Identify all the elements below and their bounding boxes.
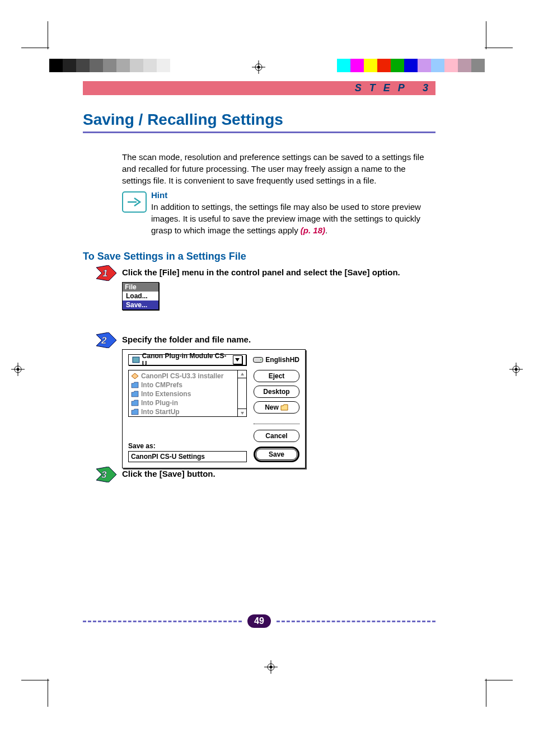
hint-arrow-icon (122, 191, 147, 213)
registration-mark-icon (252, 60, 265, 74)
scroll-down-icon[interactable] (238, 408, 246, 416)
new-folder-button[interactable]: New (254, 401, 299, 414)
svg-marker-26 (241, 373, 244, 375)
crop-mark (21, 48, 49, 48)
cancel-button[interactable]: Cancel (254, 430, 299, 442)
footer-dash-right (277, 621, 435, 622)
step-1: 1 Click the [File] menu in the control p… (96, 267, 438, 277)
color-bar-grayscale (49, 59, 170, 72)
save-as-input[interactable]: CanonPI CS-U Settings (128, 451, 247, 462)
crop-mark (486, 679, 486, 707)
title-underline (83, 132, 435, 133)
folder-icon (131, 391, 139, 397)
color-bar-color (337, 59, 485, 72)
svg-text:2: 2 (101, 335, 107, 346)
section-title: To Save Settings in a Settings File (83, 251, 246, 262)
disk-name: EnglishHD (265, 356, 299, 364)
step-number-2-icon: 2 (96, 332, 116, 348)
new-button-label: New (265, 402, 279, 413)
step-2-text: Specify the folder and file name. (122, 335, 438, 344)
step-label: STEP 3 (355, 81, 436, 95)
registration-mark-icon (11, 363, 25, 376)
list-item-label: Into Plug-in (141, 399, 178, 407)
svg-rect-21 (133, 357, 139, 363)
crop-mark (48, 21, 48, 49)
list-item[interactable]: Into Plug-in (131, 398, 235, 407)
hint-block: Hint In addition to settings, the settin… (122, 189, 435, 236)
step-number-1-icon: 1 (96, 265, 116, 281)
save-button[interactable]: Save (256, 449, 297, 460)
scrollbar[interactable] (237, 370, 246, 416)
separator (254, 424, 299, 424)
page-reference-link[interactable]: (p. 18) (301, 226, 325, 235)
module-icon (132, 356, 140, 363)
svg-point-24 (260, 359, 261, 360)
file-menu[interactable]: File Load... Save... (122, 282, 159, 310)
installer-icon (131, 373, 139, 379)
hint-period: . (325, 226, 327, 235)
file-list[interactable]: CanonPI CS-U3.3 installer Into CMPrefs I… (128, 370, 247, 417)
disk-label: EnglishHD (253, 356, 299, 364)
save-as-label: Save as: (128, 442, 247, 450)
hard-disk-icon (253, 357, 263, 363)
crop-mark (486, 21, 486, 49)
save-dialog: Canon Plug-in Module CS-U EnglishHD Cano… (122, 349, 306, 468)
list-item[interactable]: CanonPI CS-U3.3 installer (131, 372, 235, 381)
list-item[interactable]: Into Extensions (131, 389, 235, 398)
step-3-text: Click the [Save] button. (122, 469, 438, 478)
step-3: 3 Click the [Save] button. (96, 469, 438, 478)
intro-text: The scan mode, resolution and preference… (122, 151, 435, 186)
registration-mark-icon (264, 660, 278, 674)
new-folder-icon (280, 404, 288, 411)
hint-title: Hint (151, 190, 167, 200)
page-footer: 49 (83, 614, 435, 628)
step-1-text: Click the [File] menu in the control pan… (122, 267, 438, 277)
footer-dash-left (83, 621, 242, 622)
folder-icon (131, 400, 139, 406)
list-item[interactable]: Into StartUp (131, 407, 235, 416)
save-button-default-ring: Save (254, 447, 299, 462)
list-item-label: Into CMPrefs (141, 381, 182, 389)
file-menu-load[interactable]: Load... (123, 292, 158, 300)
scroll-up-icon[interactable] (238, 370, 246, 378)
file-menu-header[interactable]: File (123, 283, 158, 292)
step-number-3-icon: 3 (96, 467, 116, 482)
folder-popup[interactable]: Canon Plug-in Module CS-U (128, 354, 246, 365)
list-item-label: CanonPI CS-U3.3 installer (141, 372, 223, 380)
folder-icon (131, 382, 139, 388)
list-item-label: Into StartUp (141, 408, 180, 416)
list-item[interactable]: Into CMPrefs (131, 381, 235, 389)
desktop-button[interactable]: Desktop (254, 386, 299, 398)
hint-body: In addition to settings, the settings fi… (151, 202, 421, 235)
svg-marker-27 (241, 412, 244, 415)
svg-marker-25 (132, 373, 138, 379)
registration-mark-icon (509, 363, 523, 376)
crop-mark (21, 680, 49, 680)
page-title: Saving / Recalling Settings (83, 111, 283, 129)
list-item-label: Into Extensions (141, 390, 191, 398)
folder-icon (131, 408, 139, 415)
svg-text:1: 1 (102, 268, 107, 279)
page-number: 49 (247, 614, 271, 628)
eject-button[interactable]: Eject (254, 370, 299, 382)
crop-mark (48, 679, 48, 707)
crop-mark (485, 48, 513, 48)
file-menu-save[interactable]: Save... (123, 300, 158, 309)
crop-mark (485, 680, 513, 680)
svg-marker-22 (235, 358, 240, 361)
svg-text:3: 3 (101, 469, 107, 480)
folder-popup-label: Canon Plug-in Module CS-U (142, 352, 231, 368)
chevron-down-icon[interactable] (233, 355, 243, 364)
step-2: 2 Specify the folder and file name. (96, 335, 438, 344)
